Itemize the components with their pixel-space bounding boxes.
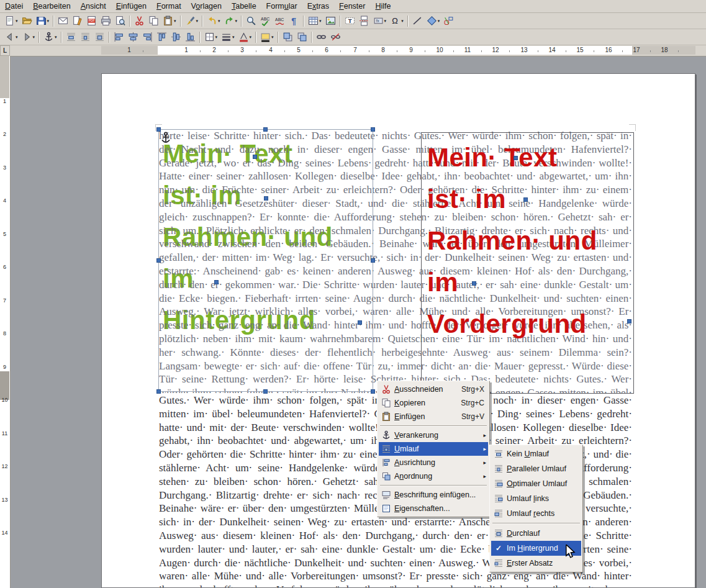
- menu-item-paralleler-umlauf[interactable]: Paralleler Umlauf: [491, 461, 581, 476]
- center-vertical-button[interactable]: [169, 30, 183, 45]
- anchor-button[interactable]: ▾: [42, 30, 59, 45]
- paste-button[interactable]: ▾: [161, 14, 178, 29]
- page-break-button[interactable]: [357, 14, 371, 29]
- dropdown-arrow-icon[interactable]: ▾: [16, 35, 18, 40]
- dropdown-arrow-icon[interactable]: ▾: [232, 35, 235, 40]
- selection-handle[interactable]: [214, 280, 219, 284]
- send-to-back-button[interactable]: [295, 30, 309, 45]
- email-button[interactable]: [56, 14, 70, 29]
- edit-file-button[interactable]: [70, 14, 84, 29]
- menu-format[interactable]: Format: [152, 1, 186, 12]
- menu-formular[interactable]: Formular: [261, 1, 302, 12]
- autospell-button[interactable]: ABC: [273, 14, 287, 29]
- insert-line-button[interactable]: [410, 14, 425, 29]
- selected-frame-border[interactable]: [158, 129, 373, 392]
- dropdown-arrow-icon[interactable]: ▾: [55, 35, 57, 40]
- find-replace-button[interactable]: [244, 14, 258, 29]
- menu-item-umlauf[interactable]: Umlauf▸: [379, 442, 488, 456]
- wrap-none-button[interactable]: [64, 30, 78, 45]
- menu-item-kein-umlauf[interactable]: Kein Umlauf: [491, 446, 581, 461]
- menu-item-umlauf-rechts[interactable]: Umlauf rechts: [491, 506, 581, 521]
- selection-handle[interactable]: [156, 258, 161, 263]
- selection-handle[interactable]: [523, 197, 528, 202]
- dropdown-arrow-icon[interactable]: ▾: [16, 19, 18, 24]
- menu-item-durchlauf[interactable]: Durchlauf: [491, 526, 581, 541]
- save-button[interactable]: ▾: [34, 14, 52, 29]
- menu-tabelle[interactable]: Tabelle: [227, 1, 261, 12]
- vertical-ruler[interactable]: 1234567891011121314: [0, 56, 11, 588]
- show-draw-functions-button[interactable]: [441, 14, 456, 29]
- background-color-button[interactable]: ▾: [258, 30, 276, 45]
- foreground-frame-border[interactable]: [421, 132, 634, 394]
- dropdown-arrow-icon[interactable]: ▾: [47, 19, 50, 24]
- menu-item-eigenschaften[interactable]: Eigenschaften...: [379, 502, 488, 515]
- center-horizontal-button[interactable]: [126, 30, 140, 45]
- menu-hilfe[interactable]: Hilfe: [370, 1, 396, 12]
- dropdown-arrow-icon[interactable]: ▾: [250, 35, 252, 40]
- print-button[interactable]: [99, 14, 113, 29]
- wrap-parallel-button[interactable]: [78, 30, 93, 45]
- dropdown-arrow-icon[interactable]: ▾: [401, 19, 404, 24]
- menu-item-kopieren[interactable]: KopierenStrg+C: [379, 396, 488, 410]
- selection-handle[interactable]: [264, 196, 268, 201]
- clone-formatting-button[interactable]: ▾: [183, 14, 201, 29]
- spelling-button[interactable]: ABC: [258, 14, 273, 29]
- menu-item-ausschneiden[interactable]: AusschneidenStrg+X: [379, 382, 488, 396]
- dropdown-arrow-icon[interactable]: ▾: [215, 35, 218, 40]
- align-left-button[interactable]: [112, 30, 126, 45]
- selection-handle[interactable]: [371, 258, 375, 263]
- selection-handle[interactable]: [371, 127, 375, 132]
- selection-handle[interactable]: [371, 389, 375, 394]
- link-frames-button[interactable]: [314, 30, 328, 45]
- menu-item-optimaler-umlauf[interactable]: Optimaler Umlauf: [491, 476, 581, 491]
- table-button[interactable]: ▾: [306, 14, 324, 29]
- menu-ansicht[interactable]: Ansicht: [76, 1, 111, 12]
- dropdown-arrow-icon[interactable]: ▾: [218, 19, 220, 24]
- menu-item-verankerung[interactable]: Verankerung▸: [379, 428, 488, 442]
- align-right-button[interactable]: [140, 30, 155, 45]
- special-character-button[interactable]: Ω▾: [388, 14, 405, 29]
- selection-handle[interactable]: [253, 155, 257, 159]
- border-color-button[interactable]: ▾: [237, 30, 254, 45]
- text-box-button[interactable]: T: [343, 14, 357, 29]
- undo-button[interactable]: ▾: [205, 14, 222, 29]
- dropdown-arrow-icon[interactable]: ▾: [235, 19, 238, 24]
- menu-einfügen[interactable]: Einfügen: [111, 1, 152, 12]
- selection-handle[interactable]: [514, 156, 518, 160]
- dropdown-arrow-icon[interactable]: ▾: [319, 19, 322, 24]
- copy-button[interactable]: [147, 14, 161, 29]
- basic-shapes-button[interactable]: ▾: [425, 14, 442, 29]
- print-preview-button[interactable]: [113, 14, 127, 29]
- menu-extras[interactable]: Extras: [302, 1, 334, 12]
- dropdown-arrow-icon[interactable]: ▾: [271, 35, 274, 40]
- align-bottom-button[interactable]: [183, 30, 197, 45]
- menu-item-ausrichtung[interactable]: Ausrichtung▸: [379, 456, 488, 469]
- menu-item-beschriftung-einfügen[interactable]: Beschriftung einfügen...: [379, 488, 488, 502]
- menu-fenster[interactable]: Fenster: [334, 1, 370, 12]
- back-button[interactable]: ▾: [2, 30, 20, 45]
- open-button[interactable]: [20, 14, 34, 29]
- bring-to-front-button[interactable]: [281, 30, 295, 45]
- selection-handle[interactable]: [263, 389, 268, 394]
- dropdown-arrow-icon[interactable]: ▾: [196, 19, 199, 24]
- selection-handle[interactable]: [472, 281, 476, 286]
- field-button[interactable]: fx▾: [371, 14, 389, 29]
- selection-handle[interactable]: [156, 127, 161, 132]
- selection-handle[interactable]: [358, 320, 362, 325]
- frame-anchor-icon[interactable]: [160, 132, 171, 148]
- forward-button[interactable]: ▾: [20, 30, 37, 45]
- dropdown-arrow-icon[interactable]: ▾: [438, 19, 440, 24]
- redo-button[interactable]: ▾: [222, 14, 240, 29]
- border-style-button[interactable]: ▾: [219, 30, 237, 45]
- wrap-through-button[interactable]: [93, 30, 107, 45]
- horizontal-ruler[interactable]: 1123456789101112131415161718: [10, 45, 706, 57]
- dropdown-arrow-icon[interactable]: ▾: [174, 19, 176, 24]
- image-button[interactable]: [324, 14, 338, 29]
- selection-handle[interactable]: [627, 319, 631, 323]
- export-pdf-button[interactable]: PDF: [84, 14, 99, 29]
- selection-handle[interactable]: [263, 127, 268, 132]
- tab-stop-selector[interactable]: L: [0, 45, 10, 56]
- cut-button[interactable]: [132, 14, 147, 29]
- unlink-frames-button[interactable]: [328, 30, 343, 45]
- menu-item-anordnung[interactable]: Anordnung▸: [379, 469, 488, 483]
